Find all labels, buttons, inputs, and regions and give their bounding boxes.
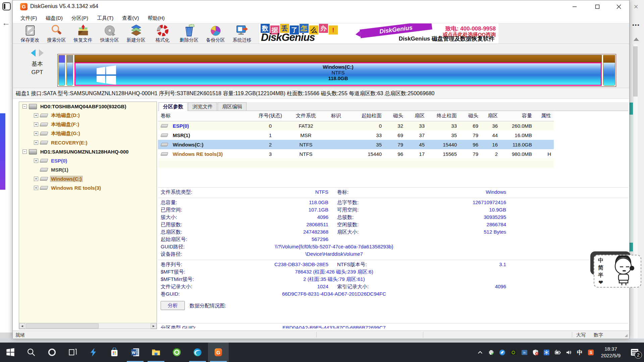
partition-block-windows-c[interactable]: Windows(C:) NTFS 118.0GB xyxy=(74,55,602,86)
tab-2[interactable]: 扇区编辑 xyxy=(218,102,247,111)
taskbar-app-edge[interactable] xyxy=(187,343,208,362)
detail-value: 118.0GB xyxy=(238,199,328,205)
toolbar-button-system-migrate[interactable]: 系统迁移 xyxy=(229,23,255,44)
table-row[interactable]: Windows RE tools(3)3NTFS1544096171556579… xyxy=(158,149,554,159)
tree-item--f-[interactable]: +本地磁盘(F:) xyxy=(19,120,157,129)
toolbar-button-save[interactable]: 保存更改 xyxy=(17,23,43,44)
maximize-button[interactable] xyxy=(590,2,605,12)
prev-disk-icon[interactable] xyxy=(31,49,36,57)
menu-item-4[interactable]: 查看(V) xyxy=(118,14,143,23)
tree-item--d-[interactable]: +本地磁盘(D:) xyxy=(19,111,157,120)
promo-banner[interactable]: 数据丢了怎么办! DiskGenius DiskGenius 致电: 400-0… xyxy=(259,23,498,44)
expand-icon[interactable]: + xyxy=(34,131,38,136)
tray-snowflake-icon[interactable] xyxy=(541,343,552,362)
tree-item-esp-0-[interactable]: +ESP(0) xyxy=(19,156,157,165)
table-row[interactable]: ESP(0)0FAT3203233336936260.0MB xyxy=(158,121,554,130)
tray-defender-icon[interactable] xyxy=(530,343,541,362)
toolbar-button-quick-partition[interactable]: 快速分区 xyxy=(96,23,123,44)
menu-item-3[interactable]: 工具(T) xyxy=(93,14,118,23)
action-center-button[interactable]: 2 xyxy=(625,343,644,362)
expand-icon[interactable]: + xyxy=(34,186,38,190)
tray-chevron-up-icon[interactable] xyxy=(475,343,486,362)
expand-icon[interactable]: + xyxy=(34,159,38,163)
expand-icon[interactable]: + xyxy=(34,122,38,127)
column-header-1[interactable]: 序号(状态) xyxy=(254,111,287,121)
ime-status-widget[interactable]: 中简半❤ xyxy=(594,255,641,288)
taskbar-clock[interactable]: 18:37 2022/5/9 xyxy=(596,346,625,359)
tree-item-hd0-toshibamq04abf100-932gb-[interactable]: −HD0:TOSHIBAMQ04ABF100(932GB) xyxy=(19,102,157,111)
tray-battery-icon[interactable] xyxy=(552,343,563,362)
tray-intel-icon[interactable]: in xyxy=(519,343,530,362)
tree-item-recovery-e-[interactable]: +RECOVERY(E:) xyxy=(19,138,157,147)
collapse-icon[interactable]: − xyxy=(22,149,27,154)
taskbar-app-task-view[interactable] xyxy=(62,343,83,362)
expand-icon[interactable]: + xyxy=(34,113,38,118)
taskbar-app-diskgenius[interactable]: G xyxy=(208,343,229,362)
close-button[interactable] xyxy=(611,2,627,12)
column-header-9[interactable]: 扇区 xyxy=(481,111,500,121)
column-header-4[interactable]: 起始柱面 xyxy=(347,111,384,121)
browser-scrollbar-thumb[interactable] xyxy=(633,46,638,97)
partition-block-msr[interactable] xyxy=(66,55,73,86)
tray-printer-icon[interactable] xyxy=(486,343,497,362)
tree-item-windows-c-[interactable]: +Windows(C:) xyxy=(19,174,157,183)
toolbar-button-delete-partition[interactable]: 删除分区 xyxy=(176,23,202,44)
analyze-button[interactable]: 分析 xyxy=(161,301,185,310)
taskbar-app-store[interactable] xyxy=(104,343,125,362)
tree-item-windows-re-tools-3-[interactable]: +Windows RE tools(3) xyxy=(19,183,157,192)
menu-item-2[interactable]: 分区(P) xyxy=(67,14,93,23)
tree-item-msr-1-[interactable]: +MSR(1) xyxy=(19,165,157,174)
menu-item-1[interactable]: 磁盘(D) xyxy=(41,14,67,23)
browser-close-icon[interactable]: ✕ xyxy=(634,3,638,10)
tray-lang-zh-icon[interactable]: 中 xyxy=(574,343,585,362)
tray-volume-icon[interactable] xyxy=(563,343,574,362)
browser-back-icon[interactable]: ← xyxy=(2,19,10,27)
tab-0[interactable]: 分区参数 xyxy=(159,102,187,111)
menu-item-0[interactable]: 文件(F) xyxy=(16,14,41,23)
column-header-5[interactable]: 磁头 xyxy=(384,111,406,121)
column-header-7[interactable]: 终止柱面 xyxy=(427,111,460,121)
column-header-0[interactable]: 卷标 xyxy=(158,111,254,121)
tree-horizontal-scrollbar[interactable]: ◄ ► xyxy=(19,323,157,329)
minimize-button[interactable] xyxy=(567,2,582,12)
table-row[interactable]: Windows(C:)2NTFS357945154409616118.0GB xyxy=(158,140,554,149)
column-header-10[interactable]: 容量 xyxy=(500,111,535,121)
next-disk-icon[interactable] xyxy=(39,49,44,57)
menu-item-5[interactable]: 帮助(H) xyxy=(143,14,169,23)
expand-icon[interactable]: + xyxy=(34,177,38,181)
collapse-icon[interactable]: − xyxy=(22,104,27,109)
column-header-3[interactable]: 标识 xyxy=(325,111,347,121)
taskbar-app-word[interactable]: W xyxy=(125,343,146,362)
toolbar-button-new-partition[interactable]: 新建分区 xyxy=(123,23,149,44)
partition-block-re-tools[interactable] xyxy=(603,55,615,86)
taskbar-app-explorer[interactable] xyxy=(146,343,166,362)
scroll-right-icon[interactable]: ► xyxy=(151,323,157,329)
taskbar-app-search[interactable] xyxy=(21,343,42,362)
tree-item-hd1-samsungmznln128hahq-000[interactable]: −HD1:SAMSUNGMZNLN128HAHQ-000 xyxy=(19,147,157,156)
tray-sogou-icon[interactable]: S xyxy=(585,343,596,362)
toolbar-button-search-partition[interactable]: 搜索分区 xyxy=(43,23,70,44)
partition-block-esp[interactable] xyxy=(58,55,65,86)
scrollbar-thumb[interactable] xyxy=(26,323,99,328)
expand-icon[interactable]: + xyxy=(34,140,38,145)
tray-bird-icon[interactable] xyxy=(497,343,508,362)
column-header-8[interactable]: 磁头 xyxy=(460,111,481,121)
tab-1[interactable]: 浏览文件 xyxy=(188,102,217,111)
tray-nvidia-icon[interactable] xyxy=(508,343,519,362)
column-header-6[interactable]: 扇区 xyxy=(406,111,427,121)
toolbar-button-format[interactable]: 格式化 xyxy=(149,23,176,44)
toolbar-button-recover-files[interactable]: 恢复文件 xyxy=(70,23,96,44)
tree-item--g-[interactable]: +本地磁盘(G:) xyxy=(19,129,157,138)
scroll-left-icon[interactable]: ◄ xyxy=(19,323,25,329)
resize-grip[interactable]: ◢ xyxy=(625,333,628,338)
taskbar-app-flash[interactable] xyxy=(83,343,104,362)
column-header-11[interactable]: 属性 xyxy=(535,111,554,121)
toolbar-button-backup-partition[interactable]: 备份分区 xyxy=(202,23,229,44)
browser-menu-icon[interactable]: ••• xyxy=(632,22,640,28)
column-header-2[interactable]: 文件系统 xyxy=(287,111,325,121)
table-row[interactable]: MSR(1)1MSR33693735794416.0MB xyxy=(158,130,554,140)
taskbar-app-cortana[interactable] xyxy=(42,343,62,362)
scroll-up-icon[interactable] xyxy=(634,38,639,41)
taskbar-app-browser-360[interactable] xyxy=(166,343,187,362)
taskbar-app-start[interactable] xyxy=(0,343,21,362)
